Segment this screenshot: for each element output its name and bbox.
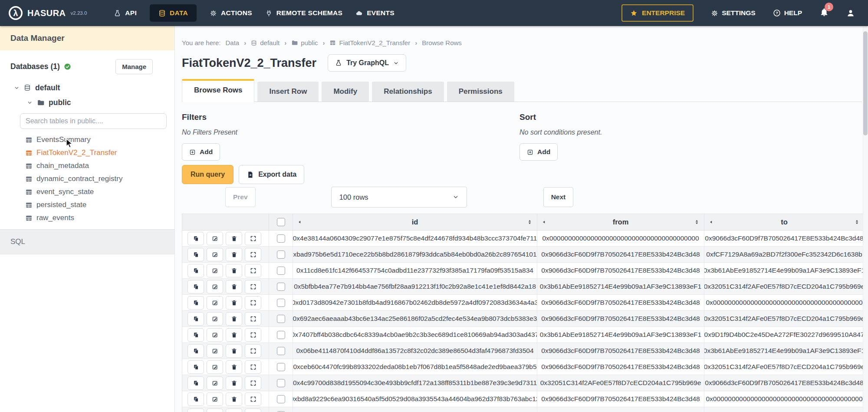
tree-node-public-schema[interactable]: public [0, 95, 174, 110]
edit-row-button[interactable] [207, 328, 223, 342]
sidebar-table-item[interactable]: EventsSummary [0, 133, 174, 146]
delete-row-button[interactable] [226, 376, 242, 390]
clone-row-button[interactable] [187, 280, 204, 293]
row-checkbox[interactable] [277, 347, 285, 355]
delete-row-button[interactable] [226, 312, 242, 326]
sidebar-table-item[interactable]: chain_metadata [0, 159, 174, 172]
add-sort-button[interactable]: Add [519, 143, 558, 161]
edit-row-button[interactable] [207, 360, 223, 374]
expand-row-button[interactable] [245, 409, 261, 412]
delete-row-button[interactable] [226, 264, 242, 277]
tab-relationships[interactable]: Relationships [372, 82, 444, 102]
clone-row-button[interactable] [187, 344, 204, 358]
export-data-button[interactable]: Export data [239, 165, 304, 184]
notifications-button[interactable]: 1 [819, 7, 829, 19]
clone-row-button[interactable] [187, 409, 204, 412]
delete-row-button[interactable] [226, 392, 242, 406]
run-query-button[interactable]: Run query [182, 165, 233, 184]
row-checkbox[interactable] [277, 379, 285, 387]
select-all-checkbox[interactable] [277, 218, 285, 226]
row-checkbox[interactable] [277, 363, 285, 371]
nav-item-events[interactable]: EVENTS [355, 4, 395, 22]
nav-item-actions[interactable]: ACTIONS [210, 4, 252, 22]
clone-row-button[interactable] [187, 264, 204, 277]
delete-row-button[interactable] [226, 409, 242, 412]
breadcrumb-data[interactable]: Data [226, 39, 240, 46]
breadcrumb-schema[interactable]: public [291, 39, 318, 46]
collapse-column-icon[interactable] [297, 220, 302, 224]
sidebar-table-item[interactable]: persisted_state [0, 198, 174, 211]
expand-row-button[interactable] [245, 312, 261, 326]
prev-page-button[interactable]: Prev [225, 187, 256, 207]
edit-row-button[interactable] [207, 264, 223, 277]
row-checkbox[interactable] [277, 250, 285, 259]
page-size-select[interactable]: 100 rows [331, 187, 467, 208]
sort-arrows-icon[interactable] [854, 219, 860, 225]
expand-row-button[interactable] [245, 392, 261, 406]
delete-row-button[interactable] [226, 296, 242, 310]
expand-row-button[interactable] [245, 360, 261, 374]
breadcrumb-database[interactable]: default [251, 39, 279, 46]
row-checkbox[interactable] [277, 331, 285, 339]
sidebar-table-item[interactable]: raw_events [0, 211, 174, 224]
sort-arrows-icon[interactable] [694, 219, 700, 225]
sidebar-table-item[interactable]: dynamic_contract_registry [0, 172, 174, 185]
manage-button[interactable]: Manage [115, 59, 153, 74]
row-checkbox[interactable] [277, 283, 285, 291]
row-checkbox[interactable] [277, 315, 285, 323]
edit-row-button[interactable] [207, 248, 223, 261]
breadcrumb-table[interactable]: FiatTokenV2_2_Transfer [329, 39, 410, 46]
header-col-id[interactable]: id [293, 214, 537, 230]
expand-row-button[interactable] [245, 328, 261, 342]
account-person-icon[interactable] [846, 9, 855, 17]
delete-row-button[interactable] [226, 248, 242, 261]
nav-item-data[interactable]: DATA [150, 4, 197, 22]
table-search-input[interactable] [20, 113, 167, 129]
expand-row-button[interactable] [245, 248, 261, 261]
edit-row-button[interactable] [207, 376, 223, 390]
help-link[interactable]: HELP [773, 9, 802, 17]
sidebar-table-item[interactable]: FiatTokenV2_2_Transfer [0, 146, 174, 159]
expand-row-button[interactable] [245, 264, 261, 277]
clone-row-button[interactable] [187, 328, 204, 342]
edit-row-button[interactable] [207, 280, 223, 293]
expand-row-button[interactable] [245, 296, 261, 310]
nav-item-remote-schemas[interactable]: REMOTE SCHEMAS [265, 4, 342, 22]
chevron-down-icon[interactable] [27, 100, 33, 105]
edit-row-button[interactable] [207, 392, 223, 406]
tab-browse-rows[interactable]: Browse Rows [182, 79, 254, 102]
clone-row-button[interactable] [187, 248, 204, 261]
clone-row-button[interactable] [187, 376, 204, 390]
sort-arrows-icon[interactable] [527, 219, 533, 225]
tab-modify[interactable]: Modify [322, 82, 369, 102]
next-page-button[interactable]: Next [543, 187, 574, 207]
tab-insert-row[interactable]: Insert Row [257, 82, 319, 102]
delete-row-button[interactable] [226, 232, 242, 245]
clone-row-button[interactable] [187, 312, 204, 326]
brand[interactable]: HASURA v2.23.0 [8, 5, 87, 21]
header-col-to[interactable]: to [704, 214, 864, 230]
row-checkbox[interactable] [277, 395, 285, 403]
clone-row-button[interactable] [187, 392, 204, 406]
vertical-scrollbar[interactable] [863, 26, 868, 412]
try-graphql-button[interactable]: Try GraphQL [328, 54, 406, 72]
expand-row-button[interactable] [245, 280, 261, 293]
edit-row-button[interactable] [207, 344, 223, 358]
row-checkbox[interactable] [277, 267, 285, 275]
sidebar-table-item[interactable]: event_sync_state [0, 185, 174, 198]
tree-node-default-database[interactable]: default [0, 80, 174, 95]
expand-row-button[interactable] [245, 344, 261, 358]
row-checkbox[interactable] [277, 234, 285, 243]
delete-row-button[interactable] [226, 344, 242, 358]
sql-section[interactable]: SQL [0, 229, 174, 254]
nav-item-api[interactable]: API [114, 4, 137, 22]
edit-row-button[interactable] [207, 296, 223, 310]
clone-row-button[interactable] [187, 296, 204, 310]
chevron-down-icon[interactable] [14, 85, 20, 91]
enterprise-button[interactable]: ENTERPRISE [621, 4, 694, 22]
scrollbar-thumb[interactable] [863, 31, 868, 135]
collapse-column-icon[interactable] [709, 220, 713, 224]
expand-row-button[interactable] [245, 376, 261, 390]
tab-permissions[interactable]: Permissions [447, 82, 514, 102]
delete-row-button[interactable] [226, 328, 242, 342]
